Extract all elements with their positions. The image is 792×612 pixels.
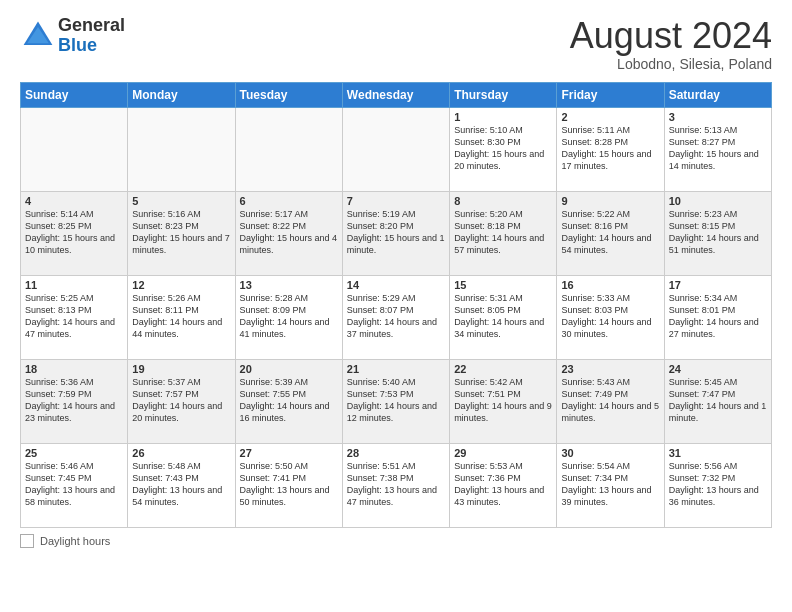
calendar-cell: 4Sunrise: 5:14 AM Sunset: 8:25 PM Daylig… [21,191,128,275]
day-info: Sunrise: 5:50 AM Sunset: 7:41 PM Dayligh… [240,460,338,509]
week-row-3: 18Sunrise: 5:36 AM Sunset: 7:59 PM Dayli… [21,359,772,443]
week-row-4: 25Sunrise: 5:46 AM Sunset: 7:45 PM Dayli… [21,443,772,527]
day-number: 7 [347,195,445,207]
day-number: 10 [669,195,767,207]
day-number: 29 [454,447,552,459]
day-number: 18 [25,363,123,375]
day-number: 28 [347,447,445,459]
calendar-cell: 13Sunrise: 5:28 AM Sunset: 8:09 PM Dayli… [235,275,342,359]
calendar-cell [21,107,128,191]
day-info: Sunrise: 5:40 AM Sunset: 7:53 PM Dayligh… [347,376,445,425]
weekday-header-friday: Friday [557,82,664,107]
day-number: 24 [669,363,767,375]
day-number: 21 [347,363,445,375]
calendar-cell: 25Sunrise: 5:46 AM Sunset: 7:45 PM Dayli… [21,443,128,527]
day-number: 20 [240,363,338,375]
day-info: Sunrise: 5:46 AM Sunset: 7:45 PM Dayligh… [25,460,123,509]
day-info: Sunrise: 5:39 AM Sunset: 7:55 PM Dayligh… [240,376,338,425]
calendar-cell: 28Sunrise: 5:51 AM Sunset: 7:38 PM Dayli… [342,443,449,527]
weekday-header-monday: Monday [128,82,235,107]
calendar-cell: 14Sunrise: 5:29 AM Sunset: 8:07 PM Dayli… [342,275,449,359]
calendar-cell: 31Sunrise: 5:56 AM Sunset: 7:32 PM Dayli… [664,443,771,527]
calendar-cell: 2Sunrise: 5:11 AM Sunset: 8:28 PM Daylig… [557,107,664,191]
day-info: Sunrise: 5:20 AM Sunset: 8:18 PM Dayligh… [454,208,552,257]
day-info: Sunrise: 5:13 AM Sunset: 8:27 PM Dayligh… [669,124,767,173]
day-info: Sunrise: 5:14 AM Sunset: 8:25 PM Dayligh… [25,208,123,257]
day-number: 23 [561,363,659,375]
calendar-cell: 17Sunrise: 5:34 AM Sunset: 8:01 PM Dayli… [664,275,771,359]
calendar-cell: 20Sunrise: 5:39 AM Sunset: 7:55 PM Dayli… [235,359,342,443]
day-number: 31 [669,447,767,459]
day-number: 22 [454,363,552,375]
day-info: Sunrise: 5:17 AM Sunset: 8:22 PM Dayligh… [240,208,338,257]
calendar-cell: 19Sunrise: 5:37 AM Sunset: 7:57 PM Dayli… [128,359,235,443]
day-number: 27 [240,447,338,459]
weekday-header-wednesday: Wednesday [342,82,449,107]
calendar-cell: 15Sunrise: 5:31 AM Sunset: 8:05 PM Dayli… [450,275,557,359]
calendar-cell: 18Sunrise: 5:36 AM Sunset: 7:59 PM Dayli… [21,359,128,443]
weekday-header-saturday: Saturday [664,82,771,107]
logo-icon [20,18,56,54]
day-number: 11 [25,279,123,291]
daylight-box [20,534,34,548]
day-info: Sunrise: 5:22 AM Sunset: 8:16 PM Dayligh… [561,208,659,257]
day-number: 17 [669,279,767,291]
day-number: 4 [25,195,123,207]
day-info: Sunrise: 5:25 AM Sunset: 8:13 PM Dayligh… [25,292,123,341]
day-number: 6 [240,195,338,207]
day-info: Sunrise: 5:48 AM Sunset: 7:43 PM Dayligh… [132,460,230,509]
day-info: Sunrise: 5:54 AM Sunset: 7:34 PM Dayligh… [561,460,659,509]
day-number: 8 [454,195,552,207]
day-number: 5 [132,195,230,207]
week-row-0: 1Sunrise: 5:10 AM Sunset: 8:30 PM Daylig… [21,107,772,191]
footer-label: Daylight hours [40,535,110,547]
day-number: 26 [132,447,230,459]
weekday-header-tuesday: Tuesday [235,82,342,107]
day-info: Sunrise: 5:56 AM Sunset: 7:32 PM Dayligh… [669,460,767,509]
week-row-1: 4Sunrise: 5:14 AM Sunset: 8:25 PM Daylig… [21,191,772,275]
calendar-cell: 26Sunrise: 5:48 AM Sunset: 7:43 PM Dayli… [128,443,235,527]
month-title: August 2024 [570,16,772,56]
calendar-cell [235,107,342,191]
day-info: Sunrise: 5:29 AM Sunset: 8:07 PM Dayligh… [347,292,445,341]
day-number: 1 [454,111,552,123]
title-block: August 2024 Lobodno, Silesia, Poland [570,16,772,72]
header: General Blue August 2024 Lobodno, Silesi… [20,16,772,72]
day-number: 12 [132,279,230,291]
day-number: 15 [454,279,552,291]
calendar-cell: 6Sunrise: 5:17 AM Sunset: 8:22 PM Daylig… [235,191,342,275]
day-info: Sunrise: 5:45 AM Sunset: 7:47 PM Dayligh… [669,376,767,425]
calendar-cell: 24Sunrise: 5:45 AM Sunset: 7:47 PM Dayli… [664,359,771,443]
calendar-table: SundayMondayTuesdayWednesdayThursdayFrid… [20,82,772,528]
day-number: 16 [561,279,659,291]
calendar-cell [342,107,449,191]
day-info: Sunrise: 5:19 AM Sunset: 8:20 PM Dayligh… [347,208,445,257]
calendar-cell: 27Sunrise: 5:50 AM Sunset: 7:41 PM Dayli… [235,443,342,527]
day-info: Sunrise: 5:34 AM Sunset: 8:01 PM Dayligh… [669,292,767,341]
logo-blue: Blue [58,35,97,55]
day-info: Sunrise: 5:11 AM Sunset: 8:28 PM Dayligh… [561,124,659,173]
calendar-cell: 23Sunrise: 5:43 AM Sunset: 7:49 PM Dayli… [557,359,664,443]
day-number: 30 [561,447,659,459]
day-info: Sunrise: 5:31 AM Sunset: 8:05 PM Dayligh… [454,292,552,341]
calendar-cell: 12Sunrise: 5:26 AM Sunset: 8:11 PM Dayli… [128,275,235,359]
calendar-cell: 11Sunrise: 5:25 AM Sunset: 8:13 PM Dayli… [21,275,128,359]
day-number: 13 [240,279,338,291]
calendar-cell: 7Sunrise: 5:19 AM Sunset: 8:20 PM Daylig… [342,191,449,275]
page: General Blue August 2024 Lobodno, Silesi… [0,0,792,612]
day-number: 25 [25,447,123,459]
day-info: Sunrise: 5:16 AM Sunset: 8:23 PM Dayligh… [132,208,230,257]
day-info: Sunrise: 5:51 AM Sunset: 7:38 PM Dayligh… [347,460,445,509]
calendar-cell: 3Sunrise: 5:13 AM Sunset: 8:27 PM Daylig… [664,107,771,191]
calendar-cell: 22Sunrise: 5:42 AM Sunset: 7:51 PM Dayli… [450,359,557,443]
calendar-cell [128,107,235,191]
location: Lobodno, Silesia, Poland [570,56,772,72]
calendar-cell: 9Sunrise: 5:22 AM Sunset: 8:16 PM Daylig… [557,191,664,275]
day-info: Sunrise: 5:53 AM Sunset: 7:36 PM Dayligh… [454,460,552,509]
weekday-header-row: SundayMondayTuesdayWednesdayThursdayFrid… [21,82,772,107]
day-info: Sunrise: 5:33 AM Sunset: 8:03 PM Dayligh… [561,292,659,341]
day-info: Sunrise: 5:28 AM Sunset: 8:09 PM Dayligh… [240,292,338,341]
day-info: Sunrise: 5:43 AM Sunset: 7:49 PM Dayligh… [561,376,659,425]
calendar-cell: 16Sunrise: 5:33 AM Sunset: 8:03 PM Dayli… [557,275,664,359]
day-number: 19 [132,363,230,375]
